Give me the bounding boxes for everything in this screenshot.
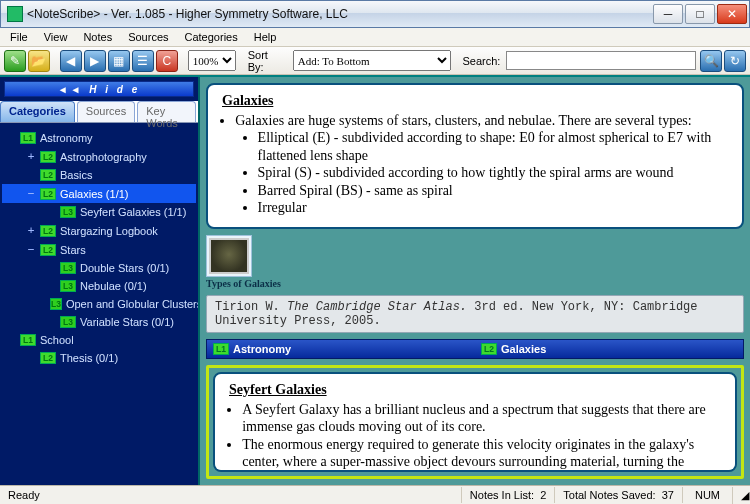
tree-node[interactable]: L3Open and Globular Clusters (0/1) xyxy=(2,295,196,313)
note-bullet: Barred Spiral (BS) - same as spiral xyxy=(258,182,728,200)
breadcrumb-label: Galaxies xyxy=(501,343,546,355)
open-button[interactable]: 📂 xyxy=(28,50,50,72)
tree-node[interactable]: L3Variable Stars (0/1) xyxy=(2,313,196,331)
status-notes-in-list: Notes In List: 2 xyxy=(461,487,554,503)
sidebar-tabs: CategoriesSourcesKey Words xyxy=(0,101,198,123)
level-badge: L3 xyxy=(60,262,76,274)
sidebar: ◄◄ H i d e CategoriesSourcesKey Words L1… xyxy=(0,77,200,485)
sidebar-tab-sources[interactable]: Sources xyxy=(77,101,135,122)
content-pane: Galaxies Galaxies are huge systems of st… xyxy=(200,77,750,485)
status-ready: Ready xyxy=(0,487,60,503)
tree-node-label: Thesis (0/1) xyxy=(60,352,194,364)
tree-node[interactable]: L1Astronomy xyxy=(2,129,196,147)
attachment-thumbnail[interactable] xyxy=(206,235,252,277)
tree-node[interactable]: L3Seyfert Galaxies (1/1) xyxy=(2,203,196,221)
level-badge: L1 xyxy=(20,334,36,346)
close-button[interactable]: ✕ xyxy=(717,4,747,24)
sidebar-hide-button[interactable]: ◄◄ H i d e xyxy=(4,81,194,97)
tree-node[interactable]: +L2Astrophotography xyxy=(2,147,196,166)
titlebar: <NoteScribe> - Ver. 1.085 - Higher Symme… xyxy=(0,0,750,28)
menu-categories[interactable]: Categories xyxy=(177,28,246,46)
collapse-icon[interactable]: − xyxy=(26,187,36,200)
list-view-button[interactable]: ☰ xyxy=(132,50,154,72)
minimize-button[interactable]: ─ xyxy=(653,4,683,24)
menu-notes[interactable]: Notes xyxy=(75,28,120,46)
sort-by-select[interactable]: Add: To Bottom xyxy=(293,50,451,71)
level-badge: L3 xyxy=(60,280,76,292)
note-bullet: Irregular xyxy=(258,199,728,217)
menu-file[interactable]: File xyxy=(2,28,36,46)
level-badge: L2 xyxy=(481,343,497,355)
sidebar-tab-categories[interactable]: Categories xyxy=(0,101,75,122)
toolbar: ✎ 📂 ◀ ▶ ▦ ☰ C 100% Sort By: Add: To Bott… xyxy=(0,47,750,75)
breadcrumb: L1AstronomyL2Galaxies xyxy=(206,339,744,359)
note-card-galaxies[interactable]: Galaxies Galaxies are huge systems of st… xyxy=(206,83,744,229)
collapse-icon[interactable]: − xyxy=(26,243,36,256)
tree-node[interactable]: L1School xyxy=(2,331,196,349)
tree-node-label: Double Stars (0/1) xyxy=(80,262,194,274)
status-numlock: NUM xyxy=(682,487,732,503)
menu-help[interactable]: Help xyxy=(246,28,285,46)
tree-node-label: Seyfert Galaxies (1/1) xyxy=(80,206,194,218)
tree-node-label: Nebulae (0/1) xyxy=(80,280,194,292)
tree-node[interactable]: −L2Galaxies (1/1) xyxy=(2,184,196,203)
zoom-select[interactable]: 100% xyxy=(188,50,236,71)
note-bullet: The enormous energy required to generate… xyxy=(242,436,721,472)
menubar: FileViewNotesSourcesCategoriesHelp xyxy=(0,28,750,47)
note-bullet: Elliptical (E) - subdivided according to… xyxy=(258,129,728,164)
note-title: Galaxies xyxy=(222,93,728,110)
nav-next-button[interactable]: ▶ xyxy=(84,50,106,72)
tree-node-label: Basics xyxy=(60,169,194,181)
note-bullet-list: A Seyfert Galaxy has a brilliant nucleus… xyxy=(242,401,721,472)
tree-node-label: School xyxy=(40,334,194,346)
tree-node[interactable]: L3Double Stars (0/1) xyxy=(2,259,196,277)
level-badge: L2 xyxy=(40,151,56,163)
sidebar-tab-key-words[interactable]: Key Words xyxy=(137,101,196,122)
tree-node[interactable]: L2Basics xyxy=(2,166,196,184)
search-input[interactable] xyxy=(506,51,696,70)
search-go-button[interactable]: 🔍 xyxy=(700,50,722,72)
attachment-block: Types of Galaxies xyxy=(206,235,744,289)
menu-view[interactable]: View xyxy=(36,28,76,46)
breadcrumb-segment[interactable]: L2Galaxies xyxy=(475,343,743,355)
tree-node-label: Stargazing Logbook xyxy=(60,225,194,237)
level-badge: L1 xyxy=(20,132,36,144)
tree-node[interactable]: +L2Stargazing Logbook xyxy=(2,221,196,240)
tree-node-label: Galaxies (1/1) xyxy=(60,188,194,200)
tree-node-label: Stars xyxy=(60,244,194,256)
note-bullet: Spiral (S) - subdivided according to how… xyxy=(258,164,728,182)
tree-node[interactable]: L3Nebulae (0/1) xyxy=(2,277,196,295)
attachment-caption: Types of Galaxies xyxy=(206,278,744,289)
window-title: <NoteScribe> - Ver. 1.085 - Higher Symme… xyxy=(27,7,653,21)
statusbar: Ready Notes In List: 2 Total Notes Saved… xyxy=(0,485,750,504)
delete-button[interactable]: C xyxy=(156,50,178,72)
nav-prev-button[interactable]: ◀ xyxy=(60,50,82,72)
citation-title: The Cambridge Star Atlas. xyxy=(287,300,467,314)
new-note-button[interactable]: ✎ xyxy=(4,50,26,72)
expand-icon[interactable]: + xyxy=(26,150,36,163)
citation-author: Tirion W. xyxy=(215,300,287,314)
note-bullet: A Seyfert Galaxy has a brilliant nucleus… xyxy=(242,401,721,436)
tree-node[interactable]: L2Thesis (0/1) xyxy=(2,349,196,367)
tree-node[interactable]: −L2Stars xyxy=(2,240,196,259)
search-label: Search: xyxy=(453,55,505,67)
note-bullet-list: Elliptical (E) - subdivided according to… xyxy=(258,129,728,217)
grid-view-button[interactable]: ▦ xyxy=(108,50,130,72)
level-badge: L3 xyxy=(50,298,62,310)
sort-by-label: Sort By: xyxy=(238,49,291,73)
maximize-button[interactable]: □ xyxy=(685,4,715,24)
breadcrumb-label: Astronomy xyxy=(233,343,291,355)
expand-icon[interactable]: + xyxy=(26,224,36,237)
breadcrumb-segment[interactable]: L1Astronomy xyxy=(207,343,475,355)
level-badge: L2 xyxy=(40,244,56,256)
level-badge: L2 xyxy=(40,188,56,200)
category-tree[interactable]: L1Astronomy+L2AstrophotographyL2Basics−L… xyxy=(0,125,198,485)
app-icon xyxy=(7,6,23,22)
menu-sources[interactable]: Sources xyxy=(120,28,176,46)
level-badge: L2 xyxy=(40,169,56,181)
level-badge: L2 xyxy=(40,352,56,364)
refresh-button[interactable]: ↻ xyxy=(724,50,746,72)
note-card-seyfert[interactable]: Seyfert Galaxies A Seyfert Galaxy has a … xyxy=(213,372,737,472)
note-title: Seyfert Galaxies xyxy=(229,382,721,399)
resize-grip-icon[interactable]: ◢ xyxy=(732,487,750,504)
